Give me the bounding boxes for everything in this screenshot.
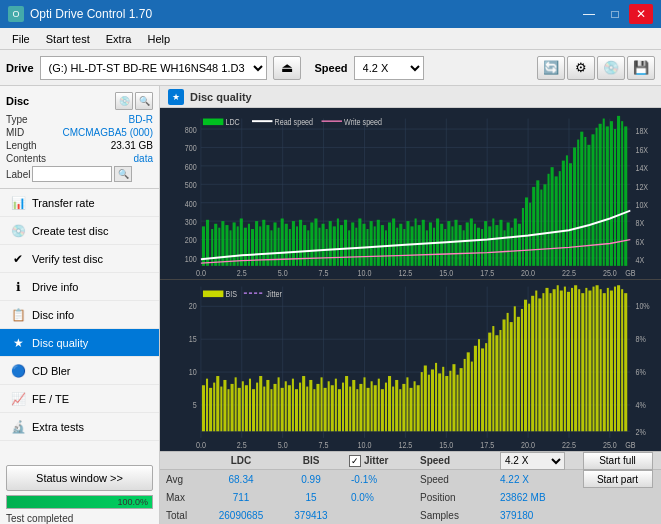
- svg-rect-261: [471, 362, 473, 432]
- refresh-button[interactable]: 🔄: [537, 56, 565, 80]
- svg-text:25.0: 25.0: [603, 441, 617, 451]
- title-bar: O Opti Drive Control 1.70 — □ ✕: [0, 0, 661, 28]
- toolbar-icons: 🔄 ⚙ 💿 💾: [537, 56, 655, 80]
- svg-rect-271: [507, 313, 509, 431]
- stats-bar: LDC BIS ✓ Jitter Speed 4.2 X Start full: [160, 451, 661, 524]
- disc-icon-1[interactable]: 💿: [115, 92, 133, 110]
- svg-text:7.5: 7.5: [319, 441, 329, 451]
- svg-text:700: 700: [185, 144, 197, 154]
- eject-icon: ⏏: [281, 60, 293, 75]
- verify-test-disc-label: Verify test disc: [32, 253, 103, 265]
- svg-rect-263: [478, 339, 480, 431]
- svg-rect-292: [581, 293, 584, 431]
- svg-text:22.5: 22.5: [562, 269, 576, 279]
- svg-rect-196: [238, 388, 241, 431]
- status-window-button[interactable]: Status window >>: [6, 465, 153, 491]
- eject-button[interactable]: ⏏: [273, 56, 301, 80]
- svg-rect-77: [415, 218, 417, 265]
- sidebar-item-cd-bler[interactable]: 🔵 CD Bler: [0, 357, 159, 385]
- sidebar-item-disc-quality[interactable]: ★ Disc quality: [0, 329, 159, 357]
- svg-rect-228: [352, 380, 355, 431]
- sidebar-item-transfer-rate[interactable]: 📊 Transfer rate: [0, 189, 159, 217]
- svg-rect-242: [402, 384, 405, 431]
- sidebar-item-verify-test-disc[interactable]: ✔ Verify test disc: [0, 245, 159, 273]
- svg-rect-298: [603, 293, 606, 431]
- sidebar-item-disc-info[interactable]: 📋 Disc info: [0, 301, 159, 329]
- svg-rect-25: [221, 221, 224, 266]
- svg-text:2.5: 2.5: [237, 441, 247, 451]
- svg-rect-125: [591, 134, 594, 266]
- sidebar-item-drive-info[interactable]: ℹ Drive info: [0, 273, 159, 301]
- close-button[interactable]: ✕: [629, 4, 653, 24]
- disc-label-input[interactable]: [32, 166, 112, 182]
- sidebar-item-create-test-disc[interactable]: 💿 Create test disc: [0, 217, 159, 245]
- app-icon: O: [8, 6, 24, 22]
- svg-rect-225: [342, 383, 344, 432]
- svg-text:400: 400: [185, 199, 197, 209]
- svg-rect-67: [377, 220, 380, 266]
- svg-rect-133: [621, 121, 623, 266]
- speed-select-cell: 4.2 X: [500, 452, 580, 470]
- maximize-button[interactable]: □: [603, 4, 627, 24]
- stats-speed-select[interactable]: 4.2 X: [500, 452, 565, 470]
- svg-rect-84: [440, 224, 443, 266]
- svg-rect-71: [392, 218, 395, 265]
- svg-rect-203: [263, 387, 265, 432]
- svg-rect-75: [406, 221, 409, 266]
- svg-text:12.5: 12.5: [398, 269, 412, 279]
- svg-text:Write speed: Write speed: [344, 117, 382, 127]
- svg-rect-264: [481, 348, 484, 431]
- samples-label: Samples: [420, 510, 500, 521]
- svg-rect-229: [356, 389, 358, 431]
- svg-text:800: 800: [185, 125, 197, 135]
- drive-select[interactable]: (G:) HL-DT-ST BD-RE WH16NS48 1.D3: [40, 56, 267, 80]
- svg-rect-187: [206, 379, 208, 432]
- disc-label-search-button[interactable]: 🔍: [114, 166, 132, 182]
- start-part-button[interactable]: Start part: [583, 470, 653, 488]
- svg-rect-218: [316, 384, 319, 431]
- svg-text:20.0: 20.0: [521, 441, 535, 451]
- menu-file[interactable]: File: [4, 28, 38, 49]
- svg-rect-116: [559, 171, 561, 266]
- svg-rect-224: [338, 389, 341, 431]
- sidebar-item-fe-te[interactable]: 📈 FE / TE: [0, 385, 159, 413]
- disc-contents-value: data: [134, 153, 153, 164]
- menu-start-test[interactable]: Start test: [38, 28, 98, 49]
- svg-rect-87: [451, 226, 453, 265]
- disc-icon-2[interactable]: 🔍: [135, 92, 153, 110]
- position-label: Position: [420, 492, 500, 503]
- save-button[interactable]: 💾: [627, 56, 655, 80]
- svg-rect-208: [281, 388, 284, 431]
- minimize-button[interactable]: —: [577, 4, 601, 24]
- samples-value: 379180: [500, 510, 580, 521]
- svg-rect-220: [324, 388, 327, 431]
- sidebar-item-extra-tests[interactable]: 🔬 Extra tests: [0, 413, 159, 441]
- speed-select[interactable]: 4.2 X: [354, 56, 424, 80]
- menu-extra[interactable]: Extra: [98, 28, 140, 49]
- svg-rect-53: [326, 229, 328, 266]
- max-label: Max: [166, 492, 201, 503]
- disc-title: Disc: [6, 95, 29, 107]
- svg-rect-110: [536, 180, 539, 266]
- svg-rect-69: [385, 230, 387, 266]
- svg-rect-95: [481, 229, 483, 266]
- svg-rect-232: [367, 388, 370, 431]
- burn-button[interactable]: 💿: [597, 56, 625, 80]
- settings-button[interactable]: ⚙: [567, 56, 595, 80]
- svg-rect-188: [209, 388, 212, 431]
- svg-rect-291: [578, 289, 580, 431]
- jitter-checkbox[interactable]: ✓: [349, 455, 361, 467]
- start-full-button[interactable]: Start full: [583, 452, 653, 470]
- svg-rect-295: [592, 287, 594, 432]
- svg-rect-206: [273, 384, 276, 431]
- disc-icons: 💿 🔍: [115, 92, 153, 110]
- svg-rect-266: [488, 333, 491, 432]
- svg-rect-275: [521, 309, 523, 431]
- sidebar: Disc 💿 🔍 Type BD-R MID CMCMAGBA5 (000) L…: [0, 86, 160, 524]
- svg-rect-221: [328, 381, 330, 431]
- svg-rect-214: [302, 376, 305, 431]
- svg-rect-29: [237, 226, 239, 265]
- progress-bar-fill: 100.0%: [7, 496, 152, 508]
- svg-rect-302: [617, 285, 620, 431]
- menu-help[interactable]: Help: [139, 28, 178, 49]
